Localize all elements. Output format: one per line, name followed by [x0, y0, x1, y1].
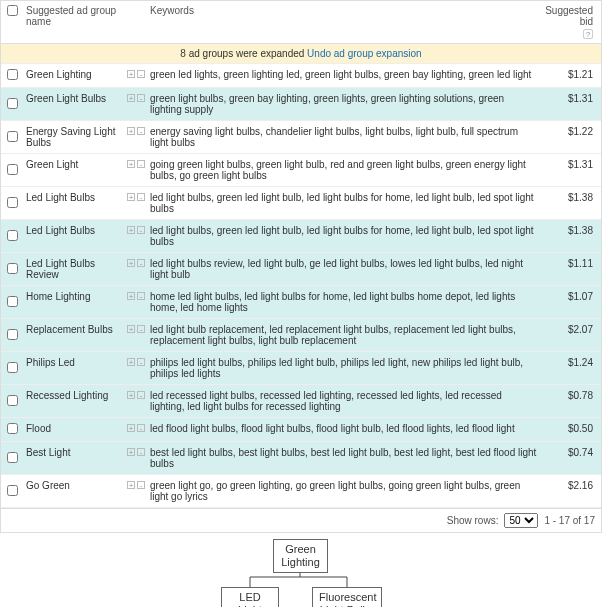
expand-cell[interactable]: +-: [123, 253, 147, 286]
expand-cell[interactable]: +-: [123, 286, 147, 319]
row-check[interactable]: [1, 64, 23, 88]
bid-cell: $1.11: [541, 253, 601, 286]
table-row[interactable]: Go Green+-green light go, go green light…: [1, 475, 601, 508]
row-check[interactable]: [1, 253, 23, 286]
keywords-cell: led light bulb replacement, led replacem…: [147, 319, 541, 352]
bid-cell: $0.50: [541, 418, 601, 442]
expand-cell[interactable]: +-: [123, 187, 147, 220]
header-check[interactable]: [1, 1, 23, 44]
collapse-icon[interactable]: -: [137, 325, 145, 333]
row-checkbox[interactable]: [7, 296, 18, 307]
plus-icon[interactable]: +: [127, 160, 135, 168]
collapse-icon[interactable]: -: [137, 70, 145, 78]
plus-icon[interactable]: +: [127, 292, 135, 300]
expand-cell[interactable]: +-: [123, 442, 147, 475]
row-check[interactable]: [1, 385, 23, 418]
collapse-icon[interactable]: -: [137, 424, 145, 432]
table-row[interactable]: Green Lighting+-green led lights, green …: [1, 64, 601, 88]
plus-icon[interactable]: +: [127, 481, 135, 489]
expand-cell[interactable]: +-: [123, 385, 147, 418]
table-row[interactable]: Home Lighting+-home led light bulbs, led…: [1, 286, 601, 319]
plus-icon[interactable]: +: [127, 94, 135, 102]
collapse-icon[interactable]: -: [137, 127, 145, 135]
row-checkbox[interactable]: [7, 164, 18, 175]
expand-cell[interactable]: +-: [123, 475, 147, 508]
row-checkbox[interactable]: [7, 230, 18, 241]
row-check[interactable]: [1, 319, 23, 352]
row-check[interactable]: [1, 286, 23, 319]
collapse-icon[interactable]: -: [137, 448, 145, 456]
table-row[interactable]: Led Light Bulbs Review+-led light bulbs …: [1, 253, 601, 286]
row-checkbox[interactable]: [7, 98, 18, 109]
row-check[interactable]: [1, 154, 23, 187]
expand-cell[interactable]: +-: [123, 319, 147, 352]
row-checkbox[interactable]: [7, 423, 18, 434]
row-checkbox[interactable]: [7, 131, 18, 142]
collapse-icon[interactable]: -: [137, 94, 145, 102]
plus-icon[interactable]: +: [127, 259, 135, 267]
table-footer: Show rows: 50 1 - 17 of 17: [1, 508, 601, 532]
collapse-icon[interactable]: -: [137, 358, 145, 366]
table-row[interactable]: Best Light+-best led light bulbs, best l…: [1, 442, 601, 475]
header-keywords[interactable]: Keywords: [147, 1, 541, 44]
row-checkbox[interactable]: [7, 263, 18, 274]
table-row[interactable]: Led Light Bulbs+-led light bulbs, green …: [1, 220, 601, 253]
plus-icon[interactable]: +: [127, 448, 135, 456]
row-checkbox[interactable]: [7, 485, 18, 496]
table-row[interactable]: Replacement Bulbs+-led light bulb replac…: [1, 319, 601, 352]
select-all-checkbox[interactable]: [7, 5, 18, 16]
row-check[interactable]: [1, 352, 23, 385]
row-check[interactable]: [1, 418, 23, 442]
row-check[interactable]: [1, 220, 23, 253]
collapse-icon[interactable]: -: [137, 292, 145, 300]
row-check[interactable]: [1, 442, 23, 475]
plus-icon[interactable]: +: [127, 424, 135, 432]
row-checkbox[interactable]: [7, 362, 18, 373]
expand-cell[interactable]: +-: [123, 88, 147, 121]
plus-icon[interactable]: +: [127, 325, 135, 333]
expand-cell[interactable]: +-: [123, 154, 147, 187]
plus-icon[interactable]: +: [127, 358, 135, 366]
undo-link[interactable]: Undo ad group expansion: [307, 48, 422, 59]
row-checkbox[interactable]: [7, 452, 18, 463]
collapse-icon[interactable]: -: [137, 193, 145, 201]
header-name[interactable]: Suggested ad group name: [23, 1, 123, 44]
table-row[interactable]: Philips Led+-philips led light bulbs, ph…: [1, 352, 601, 385]
row-checkbox[interactable]: [7, 329, 18, 340]
collapse-icon[interactable]: -: [137, 391, 145, 399]
expand-cell[interactable]: +-: [123, 64, 147, 88]
table-row[interactable]: Green Light Bulbs+-green light bulbs, gr…: [1, 88, 601, 121]
keywords-cell: led flood light bulbs, flood light bulbs…: [147, 418, 541, 442]
row-check[interactable]: [1, 187, 23, 220]
node-fluorescent: Fluorescent Light Bulbs: [312, 587, 382, 607]
plus-icon[interactable]: +: [127, 127, 135, 135]
expand-cell[interactable]: +-: [123, 352, 147, 385]
expand-cell[interactable]: +-: [123, 418, 147, 442]
table-row[interactable]: Green Light+-going green light bulbs, gr…: [1, 154, 601, 187]
collapse-icon[interactable]: -: [137, 259, 145, 267]
row-check[interactable]: [1, 475, 23, 508]
table-row[interactable]: Recessed Lighting+-led recessed light bu…: [1, 385, 601, 418]
plus-icon[interactable]: +: [127, 226, 135, 234]
row-checkbox[interactable]: [7, 69, 18, 80]
table-row[interactable]: Led Light Bulbs+-led light bulbs, green …: [1, 187, 601, 220]
node-led: LED Light Bulbs: [221, 587, 279, 607]
row-checkbox[interactable]: [7, 395, 18, 406]
help-icon[interactable]: ?: [583, 29, 593, 39]
row-check[interactable]: [1, 121, 23, 154]
header-bid[interactable]: Suggested bid?: [541, 1, 601, 44]
table-row[interactable]: Flood+-led flood light bulbs, flood ligh…: [1, 418, 601, 442]
collapse-icon[interactable]: -: [137, 160, 145, 168]
row-checkbox[interactable]: [7, 197, 18, 208]
plus-icon[interactable]: +: [127, 391, 135, 399]
pagesize-select[interactable]: 50: [504, 513, 538, 528]
row-check[interactable]: [1, 88, 23, 121]
adgroup-name: Best Light: [23, 442, 123, 475]
plus-icon[interactable]: +: [127, 193, 135, 201]
collapse-icon[interactable]: -: [137, 226, 145, 234]
plus-icon[interactable]: +: [127, 70, 135, 78]
collapse-icon[interactable]: -: [137, 481, 145, 489]
expand-cell[interactable]: +-: [123, 121, 147, 154]
expand-cell[interactable]: +-: [123, 220, 147, 253]
table-row[interactable]: Energy Saving Light Bulbs+-energy saving…: [1, 121, 601, 154]
